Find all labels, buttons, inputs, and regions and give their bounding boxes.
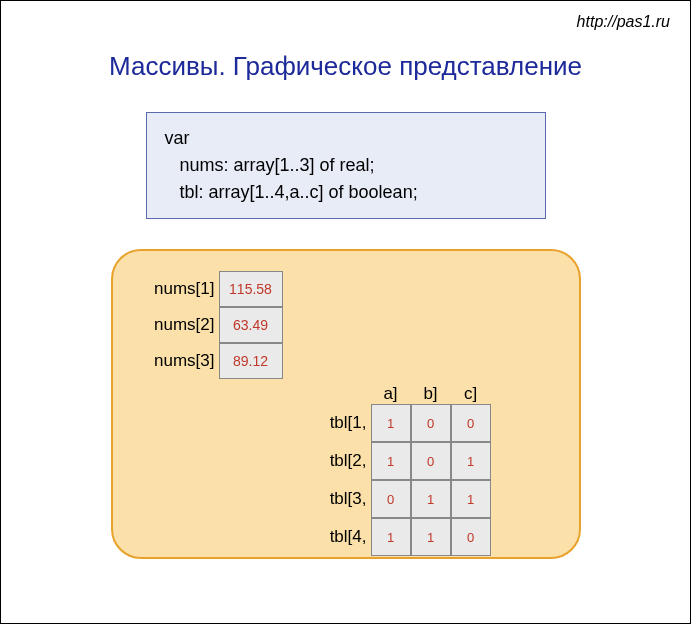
tbl-cell: 0 [371, 480, 411, 518]
tbl-cell: 1 [451, 442, 491, 480]
nums-cell: 63.49 [219, 307, 283, 343]
tbl-cell: 0 [451, 518, 491, 556]
tbl-col-header: b] [411, 384, 451, 404]
arrays-diagram: nums[1] 115.58 nums[2] 63.49 nums[3] 89.… [111, 249, 581, 559]
tbl-row-label: tbl[4, [313, 527, 371, 547]
tbl-col-header: c] [451, 384, 491, 404]
tbl-cell: 0 [451, 404, 491, 442]
nums-label: nums[2] [133, 315, 219, 335]
tbl-row: tbl[4, 1 1 0 [313, 518, 491, 556]
nums-cell: 89.12 [219, 343, 283, 379]
tbl-header-row: a] b] c] [313, 376, 491, 404]
tbl-cell: 0 [411, 404, 451, 442]
nums-row: nums[3] 89.12 [133, 343, 283, 379]
source-url: http://pas1.ru [577, 13, 670, 31]
tbl-array: a] b] c] tbl[1, 1 0 0 tbl[2, 1 0 1 tbl[3… [313, 376, 491, 556]
tbl-row: tbl[2, 1 0 1 [313, 442, 491, 480]
tbl-cell: 0 [411, 442, 451, 480]
tbl-cell: 1 [411, 480, 451, 518]
tbl-col-header: a] [371, 384, 411, 404]
tbl-cell: 1 [371, 442, 411, 480]
tbl-cell: 1 [451, 480, 491, 518]
tbl-row-label: tbl[3, [313, 489, 371, 509]
nums-row: nums[1] 115.58 [133, 271, 283, 307]
tbl-cell: 1 [411, 518, 451, 556]
tbl-row: tbl[3, 0 1 1 [313, 480, 491, 518]
nums-label: nums[3] [133, 351, 219, 371]
tbl-row-label: tbl[1, [313, 413, 371, 433]
tbl-row-label: tbl[2, [313, 451, 371, 471]
tbl-cell: 1 [371, 518, 411, 556]
nums-cell: 115.58 [219, 271, 283, 307]
tbl-row: tbl[1, 1 0 0 [313, 404, 491, 442]
tbl-cell: 1 [371, 404, 411, 442]
nums-array: nums[1] 115.58 nums[2] 63.49 nums[3] 89.… [133, 271, 283, 379]
nums-label: nums[1] [133, 279, 219, 299]
code-declaration: var nums: array[1..3] of real; tbl: arra… [146, 112, 546, 219]
nums-row: nums[2] 63.49 [133, 307, 283, 343]
page-title: Массивы. Графическое представление [1, 51, 690, 82]
